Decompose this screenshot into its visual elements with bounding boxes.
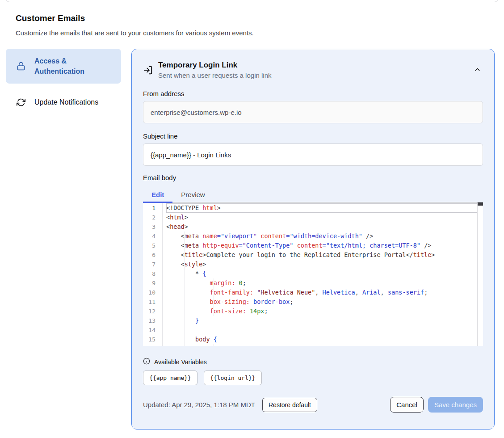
indent-guide — [185, 307, 185, 316]
variable-chip-app-name[interactable]: {{app_name}} — [143, 371, 197, 385]
updated-timestamp: Updated: Apr 29, 2025, 1:18 PM MDT — [143, 401, 255, 409]
sidebar-item-label: Update Notifications — [34, 98, 98, 106]
chevron-up-icon — [474, 66, 481, 75]
subject-line-label: Subject line — [143, 132, 483, 140]
code-line: <!DOCTYPE html> — [166, 203, 477, 213]
line-number: 10 — [143, 288, 162, 297]
refresh-icon — [17, 98, 25, 107]
indent-guide — [185, 260, 185, 269]
subject-line-input[interactable] — [143, 143, 483, 166]
page-header: Customer Emails Customize the emails tha… — [16, 13, 504, 37]
line-number: 7 — [143, 260, 162, 269]
code-line: * { — [166, 269, 477, 278]
indent-guide — [185, 316, 185, 325]
page-title: Customer Emails — [16, 13, 504, 23]
save-changes-button[interactable]: Save changes — [428, 397, 483, 413]
indent-guide — [185, 250, 185, 260]
line-number: 2 — [143, 213, 162, 222]
code-line: <head> — [166, 222, 477, 232]
editor-scrollbar — [477, 202, 483, 346]
code-line: margin: 0; — [166, 278, 477, 288]
indent-guide — [199, 278, 199, 288]
code-line: <meta name="viewport" content="width=dev… — [166, 232, 477, 241]
indent-guide — [185, 344, 185, 346]
line-number: 1 — [143, 203, 162, 213]
from-address-label: From address — [143, 90, 483, 97]
indent-guide — [214, 278, 214, 288]
panel-subtitle: Sent when a user requests a login link — [158, 72, 271, 79]
panel-footer: Updated: Apr 29, 2025, 1:18 PM MDT Resto… — [143, 397, 483, 413]
code-line: <meta http-equiv="Content-Type" content=… — [166, 241, 477, 250]
line-number: 4 — [143, 232, 162, 241]
email-types-sidebar: Access & Authentication Update Notificat… — [6, 49, 121, 113]
page-subtitle: Customize the emails that are sent to yo… — [16, 29, 504, 37]
restore-default-button[interactable]: Restore default — [262, 398, 317, 412]
indent-guide — [199, 307, 199, 316]
variable-chips: {{app_name}} {{login_url}} — [143, 371, 483, 385]
indent-guide — [199, 297, 199, 307]
code-line: box-sizing: border-box; — [166, 297, 477, 307]
tab-edit[interactable]: Edit — [143, 187, 172, 202]
login-icon — [143, 65, 153, 75]
editor-code[interactable]: <!DOCTYPE html><html><head> <meta name="… — [163, 202, 477, 346]
content-layout: Access & Authentication Update Notificat… — [0, 49, 504, 430]
line-number: 13 — [143, 316, 162, 325]
code-line: font-size: 14px; — [166, 307, 477, 316]
info-icon — [143, 358, 150, 366]
panel-header: Temporary Login Link Sent when a user re… — [143, 61, 483, 79]
indent-guide — [214, 297, 214, 307]
line-number: 5 — [143, 241, 162, 250]
code-line: } — [166, 316, 477, 325]
code-line: <html> — [166, 213, 477, 222]
indent-guide — [185, 325, 185, 335]
indent-guide — [185, 278, 185, 288]
indent-guide — [185, 241, 185, 250]
temporary-login-link-panel: Temporary Login Link Sent when a user re… — [131, 49, 495, 430]
code-line: <style> — [166, 260, 477, 269]
lock-icon — [17, 62, 25, 71]
panel-header-text: Temporary Login Link Sent when a user re… — [158, 61, 271, 79]
editor-scrollbar-thumb[interactable] — [478, 202, 483, 206]
email-body-code-editor[interactable]: 12345678910111213141516 <!DOCTYPE html><… — [143, 202, 483, 346]
line-number: 9 — [143, 278, 162, 288]
indent-guide — [185, 288, 185, 297]
indent-guide — [199, 316, 199, 325]
indent-guide — [214, 344, 214, 346]
email-body-label: Email body — [143, 174, 483, 181]
cancel-button[interactable]: Cancel — [390, 397, 424, 413]
indent-guide — [199, 288, 199, 297]
line-number: 15 — [143, 335, 162, 344]
line-number: 12 — [143, 307, 162, 316]
line-number: 16 — [143, 344, 162, 346]
code-line — [166, 325, 477, 335]
line-number: 6 — [143, 250, 162, 260]
code-line: font-family: "Helvetica Neue", Helvetica… — [166, 288, 477, 297]
sidebar-item-access-authentication[interactable]: Access & Authentication — [6, 49, 121, 84]
sidebar-item-update-notifications[interactable]: Update Notifications — [6, 92, 121, 113]
code-line: body { — [166, 335, 477, 344]
variable-chip-login-url[interactable]: {{login_url}} — [204, 371, 262, 385]
indent-guide — [199, 344, 199, 346]
indent-guide — [185, 269, 185, 278]
available-variables-row: Available Variables — [143, 358, 483, 366]
indent-guide — [199, 335, 199, 344]
indent-guide — [214, 288, 214, 297]
line-number: 8 — [143, 269, 162, 278]
sidebar-item-label: Access & Authentication — [34, 56, 114, 76]
indent-guide — [185, 232, 185, 241]
tab-preview[interactable]: Preview — [172, 187, 213, 202]
line-number: 11 — [143, 297, 162, 307]
editor-gutter: 12345678910111213141516 — [143, 202, 163, 346]
available-variables-label: Available Variables — [154, 358, 207, 366]
collapse-panel-button[interactable] — [472, 64, 483, 76]
line-number: 3 — [143, 222, 162, 232]
indent-guide — [185, 335, 185, 344]
indent-guide — [185, 297, 185, 307]
line-number: 14 — [143, 325, 162, 335]
indent-guide — [199, 269, 199, 278]
panel-title: Temporary Login Link — [158, 61, 271, 70]
code-line: background-color: #f8f8f8; — [166, 344, 477, 346]
previous-card-edge — [4, 0, 500, 2]
indent-guide — [214, 307, 214, 316]
from-address-input — [143, 101, 483, 123]
